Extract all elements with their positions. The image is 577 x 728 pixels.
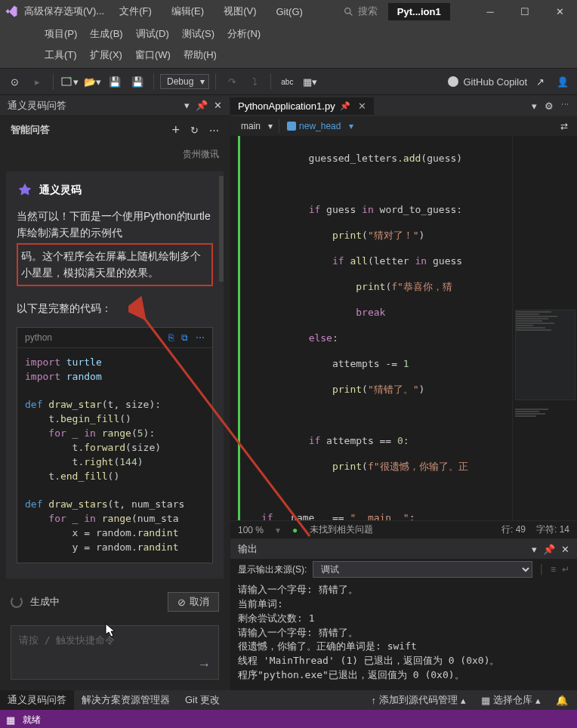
minimize-button[interactable]: ─ (473, 0, 508, 23)
brand-label: 贵州微讯 (183, 149, 219, 159)
github-copilot[interactable]: GitHub Copilot (447, 76, 527, 88)
menu-help[interactable]: 帮助(H) (179, 47, 221, 63)
code-editor[interactable]: guessed_letters.add(guess) if guess in w… (240, 136, 512, 520)
ai-response-p3: 以下是完整的代码： (17, 302, 112, 314)
split-icon[interactable]: ⇄ (560, 121, 568, 131)
panel-dropdown-icon[interactable]: ▾ (184, 100, 190, 111)
nav-symbol[interactable]: new_head ▾ (282, 119, 358, 133)
code-block: python ⎘ ⧉ ⋯ import turtle import random… (17, 327, 213, 563)
nav-fwd-icon[interactable]: ▸ (27, 72, 47, 91)
status-ready: 就绪 (23, 714, 41, 726)
find-replace-icon[interactable]: abc (277, 72, 297, 91)
insert-code-icon[interactable]: ⎘ (168, 332, 174, 343)
pin-icon[interactable]: 📌 (196, 100, 208, 111)
output-close-icon[interactable]: ✕ (561, 544, 569, 555)
menu-analyze[interactable]: 分析(N) (223, 26, 265, 42)
vs-logo-icon (0, 0, 23, 23)
config-dropdown[interactable]: Debug (160, 74, 209, 89)
menu-file[interactable]: 文件(F) (115, 3, 156, 20)
bottom-tab-git[interactable]: Git 更改 (177, 690, 227, 710)
output-text: 请输入一个字母: 猜错了。 当前单词: 剩余尝试次数: 1 请输入一个字母: 猜… (230, 580, 577, 690)
ai-response-p1: 当然可以！下面是一个使用Python的turtle库绘制满天星的示例代 (17, 210, 211, 239)
output-dropdown-icon[interactable]: ▾ (532, 544, 537, 555)
menu-window[interactable]: 窗口(W) (131, 47, 175, 63)
chat-title: 智能问答 (11, 123, 50, 137)
comment-icon[interactable]: ▦▾ (300, 72, 319, 91)
history-icon[interactable]: ↻ (190, 125, 199, 136)
editor-tab[interactable]: PythonApplication1.py 📌 ✕ (230, 97, 374, 115)
menu-extensions[interactable]: 扩展(X) (85, 47, 127, 63)
menu-build[interactable]: 生成(B) (85, 26, 127, 42)
svg-rect-5 (287, 122, 296, 131)
check-icon: ● (292, 525, 298, 535)
notifications-icon[interactable]: 🔔 (550, 690, 574, 710)
svg-line-1 (350, 13, 352, 15)
tab-close-icon[interactable]: ✕ (358, 100, 366, 112)
send-icon[interactable]: → (197, 657, 211, 673)
output-wrap-icon[interactable]: ↵ (562, 564, 569, 575)
panel-close-icon[interactable]: ✕ (214, 100, 222, 111)
generating-label: 生成中 (30, 595, 60, 609)
svg-point-4 (448, 76, 458, 87)
menu-git[interactable]: Git(G) (271, 5, 307, 19)
output-clear-icon[interactable]: ≡ (551, 564, 556, 575)
new-project-icon[interactable]: +▾ (60, 72, 79, 91)
sidebar-toggle-icon[interactable]: ⋮ (561, 100, 569, 112)
spinner-icon (11, 596, 23, 608)
output-src-label: 显示输出来源(S): (238, 563, 307, 576)
account-icon[interactable]: 👤 (553, 72, 572, 91)
status-icon: ▦ (6, 714, 15, 726)
maximize-button[interactable]: ☐ (508, 0, 542, 23)
titlebar-save-menu[interactable]: 高级保存选项(V)... (23, 5, 104, 18)
step-icon[interactable]: ⤵ (245, 72, 264, 91)
menu-debug[interactable]: 调试(D) (131, 26, 174, 42)
close-button[interactable]: ✕ (542, 0, 577, 23)
ai-logo-icon (17, 182, 33, 199)
menu-project[interactable]: 项目(P) (40, 26, 82, 42)
bottom-tab-solution[interactable]: 解决方案资源管理器 (74, 690, 177, 710)
scrollbar-thumb[interactable] (219, 176, 224, 282)
output-pin-icon[interactable]: 📌 (543, 544, 555, 555)
share-icon[interactable]: ↗ (530, 72, 550, 91)
search-placeholder: 搜索 (358, 5, 378, 18)
cancel-icon: ⊘ (177, 597, 186, 608)
panel-title: 通义灵码问答 (8, 99, 66, 113)
menu-test[interactable]: 测试(S) (177, 26, 219, 42)
output-src-select[interactable]: 调试 (313, 561, 532, 578)
highlighted-text: 码。这个程序会在屏幕上随机绘制多个小星星，模拟满天星的效果。 (17, 243, 213, 286)
bottom-tab-ai[interactable]: 通义灵码问答 (0, 690, 74, 710)
output-title: 输出 (238, 542, 258, 556)
search-box[interactable]: 搜索 (344, 5, 378, 18)
code-more-icon[interactable]: ⋯ (196, 332, 205, 343)
code-content: import turtle import random def draw_sta… (17, 348, 212, 563)
char-indicator[interactable]: 字符: 14 (536, 523, 569, 536)
svg-text:+: + (68, 76, 72, 82)
menu-tools[interactable]: 工具(T) (40, 47, 82, 63)
line-indicator[interactable]: 行: 49 (501, 523, 526, 536)
add-to-src-control[interactable]: ↑ 添加到源代码管理 ▴ (366, 690, 473, 710)
status-problems[interactable]: 未找到相关问题 (310, 523, 373, 536)
tab-pin-icon[interactable]: 📌 (340, 101, 350, 111)
app-tab[interactable]: Pyt...ion1 (388, 3, 450, 20)
settings-icon[interactable]: ⚙ (545, 100, 554, 112)
nav-scope[interactable]: main ▾ (235, 119, 279, 133)
save-all-icon[interactable]: 💾 (128, 72, 147, 91)
nav-back-icon[interactable]: ⊙ (5, 72, 24, 91)
tab-dropdown-icon[interactable]: ▾ (532, 100, 537, 112)
svg-point-0 (344, 8, 350, 13)
new-chat-icon[interactable]: + (171, 122, 180, 138)
code-lang-label: python (25, 332, 52, 343)
menu-edit[interactable]: 编辑(E) (167, 3, 208, 20)
zoom-label[interactable]: 100 % (238, 525, 264, 535)
copy-code-icon[interactable]: ⧉ (181, 332, 188, 343)
chat-input[interactable] (11, 626, 218, 679)
menu-view[interactable]: 视图(V) (219, 3, 261, 20)
open-icon[interactable]: 📂▾ (82, 72, 102, 91)
minimap[interactable] (512, 136, 577, 520)
select-repo[interactable]: ▦ 选择仓库 ▴ (475, 690, 547, 710)
more-icon[interactable]: ⋯ (209, 125, 219, 136)
step-over-icon[interactable]: ↷ (222, 72, 242, 91)
save-icon[interactable]: 💾 (105, 72, 125, 91)
cancel-button[interactable]: ⊘ 取消 (168, 592, 219, 612)
ai-name: 通义灵码 (39, 184, 82, 197)
